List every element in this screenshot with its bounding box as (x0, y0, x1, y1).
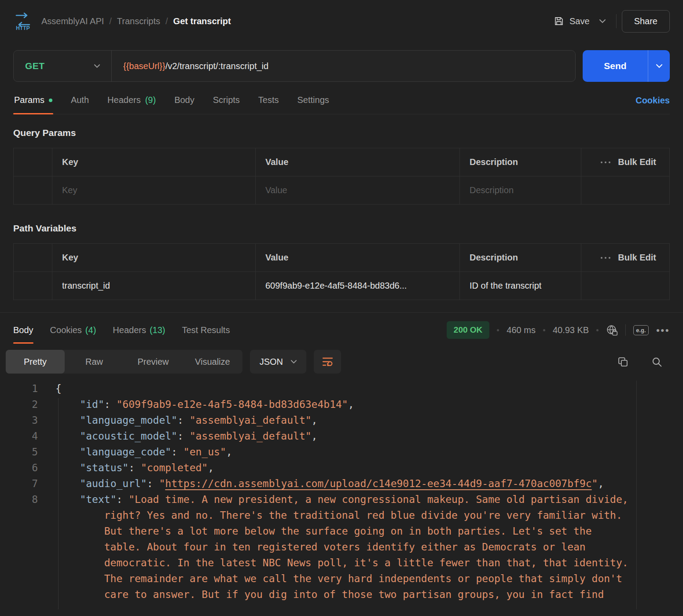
view-visualize[interactable]: Visualize (183, 350, 242, 374)
send-options-dropdown[interactable] (648, 50, 670, 82)
tab-params[interactable]: Params (13, 87, 53, 114)
table-header-row: Key Value Description Bulk Edit (14, 148, 669, 176)
search-icon[interactable] (651, 356, 662, 367)
line-number: 6 (0, 460, 55, 476)
row-handle-cell (14, 244, 52, 271)
description-input[interactable]: Description (460, 176, 581, 204)
cookies-link[interactable]: Cookies (635, 95, 670, 106)
tab-auth[interactable]: Auth (70, 87, 90, 114)
format-label: JSON (260, 357, 283, 367)
row-actions-cell (581, 272, 669, 300)
more-options-icon[interactable] (600, 257, 611, 259)
code-text: "status": "completed", (55, 460, 632, 476)
response-more-options-icon[interactable]: ●●● (656, 326, 670, 334)
line-number: 8 (0, 491, 55, 602)
code-line: 7 "audio_url": "https://cdn.assemblyai.c… (0, 476, 683, 491)
response-toolbar: Pretty Raw Preview Visualize JSON (6, 350, 677, 374)
network-globe-icon[interactable] (606, 324, 618, 336)
row-actions-cell (581, 176, 669, 204)
code-scroll-edge[interactable] (636, 381, 637, 609)
audio-url-link[interactable]: https://cdn.assemblyai.com/upload/c14e90… (165, 478, 591, 489)
column-header-key: Key (52, 148, 256, 176)
topbar-actions: Save Share (549, 10, 670, 33)
key-input[interactable]: Key (52, 176, 256, 204)
code-line: 3 "language_model": "assemblyai_default"… (0, 412, 683, 428)
meta-dot (596, 329, 599, 331)
query-params-title: Query Params (13, 128, 670, 138)
table-actions-cell: Bulk Edit (581, 148, 669, 176)
format-dropdown[interactable]: JSON (250, 350, 306, 374)
breadcrumb: AssemblyAI API / Transcripts / Get trans… (41, 16, 231, 26)
bulk-edit-button[interactable]: Bulk Edit (618, 253, 656, 263)
wrap-lines-button[interactable] (314, 350, 341, 374)
save-icon (554, 16, 564, 26)
response-tab-body[interactable]: Body (13, 313, 33, 347)
url-box: GET {{baseUrl}}/v2/transcript/:transcrip… (13, 50, 576, 82)
tab-tests[interactable]: Tests (257, 87, 280, 114)
column-header-value: Value (256, 148, 460, 176)
code-text: "id": "609f9ab9-e12e-4af5-8484-bd83d63e4… (55, 396, 632, 412)
bulk-edit-button[interactable]: Bulk Edit (618, 157, 656, 167)
url-path: /v2/transcript/:transcript_id (165, 61, 269, 71)
tab-body[interactable]: Body (173, 87, 195, 114)
status-badge[interactable]: 200 OK (447, 321, 489, 339)
topbar-divider (616, 14, 617, 28)
url-input[interactable]: {{baseUrl}}/v2/transcript/:transcript_id (112, 61, 575, 71)
table-header-row: Key Value Description Bulk Edit (14, 244, 669, 271)
tab-headers[interactable]: Headers (9) (106, 87, 157, 114)
breadcrumb-request-title[interactable]: Get transcript (173, 16, 231, 26)
description-input[interactable]: ID of the transcript (460, 272, 581, 300)
example-icon[interactable]: e.g. (633, 325, 648, 335)
url-variable: {{baseUrl}} (123, 61, 165, 71)
response-tab-headers[interactable]: Headers (13) (113, 313, 165, 347)
column-header-description: Description (460, 148, 581, 176)
response-header: Body Cookies (4) Headers (13) Test Resul… (0, 313, 683, 347)
response-tab-cookies[interactable]: Cookies (4) (50, 313, 96, 347)
save-options-dropdown[interactable] (594, 14, 611, 29)
column-header-description: Description (460, 244, 581, 271)
chevron-down-icon (94, 64, 100, 68)
view-raw[interactable]: Raw (65, 350, 124, 374)
response-toolbar-right (617, 356, 677, 367)
more-options-icon[interactable] (600, 161, 611, 164)
code-line: 4 "acoustic_model": "assemblyai_default"… (0, 428, 683, 444)
row-handle-cell[interactable] (14, 176, 52, 204)
request-url-row: GET {{baseUrl}}/v2/transcript/:transcrip… (13, 50, 670, 82)
line-number: 4 (0, 428, 55, 444)
copy-icon[interactable] (617, 356, 628, 367)
value-input[interactable]: 609f9ab9-e12e-4af5-8484-bd83d6... (256, 272, 460, 300)
response-headers-count-badge: (13) (150, 325, 165, 335)
column-header-value: Value (256, 244, 460, 271)
code-text: "language_model": "assemblyai_default", (55, 412, 632, 428)
method-dropdown[interactable]: GET (14, 51, 111, 81)
code-line: 8 "text": "Load time. A new president, a… (0, 491, 683, 602)
meta-dot (543, 329, 545, 331)
row-handle-cell[interactable] (14, 272, 52, 300)
tab-settings[interactable]: Settings (297, 87, 330, 114)
response-time[interactable]: 460 ms (507, 325, 536, 335)
response-tab-test-results[interactable]: Test Results (182, 313, 230, 347)
code-line: 5 "language_code": "en_us", (0, 444, 683, 460)
code-text: "acoustic_model": "assemblyai_default", (55, 428, 632, 444)
code-lines: 1{2 "id": "609f9ab9-e12e-4af5-8484-bd83d… (0, 381, 683, 602)
value-input[interactable]: Value (256, 176, 460, 204)
response-meta: 200 OK 460 ms 40.93 KB e.g. ●●● (447, 321, 670, 339)
tab-params-label: Params (14, 95, 44, 105)
code-text: { (55, 381, 632, 396)
response-view-switcher: Pretty Raw Preview Visualize (6, 350, 242, 374)
key-input[interactable]: transcript_id (52, 272, 256, 300)
tab-scripts[interactable]: Scripts (212, 87, 241, 114)
code-text: "audio_url": "https://cdn.assemblyai.com… (55, 476, 632, 491)
code-text: "language_code": "en_us", (55, 444, 632, 460)
breadcrumb-collection[interactable]: AssemblyAI API (41, 16, 104, 26)
response-pane: Body Cookies (4) Headers (13) Test Resul… (0, 312, 683, 609)
save-button[interactable]: Save (549, 11, 594, 31)
meta-divider (625, 324, 626, 336)
send-button[interactable]: Send (583, 50, 648, 82)
breadcrumb-folder[interactable]: Transcripts (117, 16, 160, 26)
response-size[interactable]: 40.93 KB (553, 325, 589, 335)
view-preview[interactable]: Preview (124, 350, 183, 374)
view-pretty[interactable]: Pretty (6, 350, 65, 374)
cookies-count-badge: (4) (85, 325, 96, 335)
share-button[interactable]: Share (622, 10, 670, 33)
